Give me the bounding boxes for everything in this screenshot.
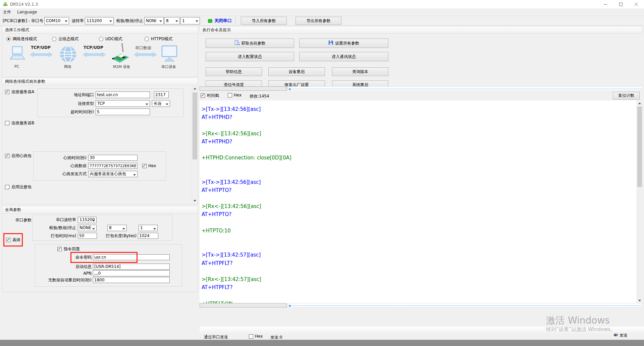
send-button[interactable]: 发送	[613, 332, 631, 338]
radio-icon	[145, 37, 149, 41]
titlebar: DR514 V2.1.3	[0, 0, 644, 9]
baud-label: 波特率	[72, 18, 84, 24]
pack-len-input[interactable]	[138, 233, 158, 239]
mode-radio-httpd[interactable]: HTTPD模式	[145, 36, 172, 42]
checkbox-icon	[142, 164, 147, 168]
log-vscrollbar[interactable]	[637, 100, 642, 303]
hb-time-input[interactable]	[88, 155, 138, 161]
enter-comm-state-button[interactable]: 进入通讯状态	[299, 52, 388, 61]
close-port-button[interactable]: 关闭串口	[208, 18, 232, 24]
pack-time-input[interactable]	[78, 233, 97, 239]
server-a-address-input[interactable]	[96, 91, 150, 98]
mode-radio-udc[interactable]: UDC模式	[99, 36, 122, 42]
minimize-button[interactable]	[598, 0, 613, 9]
timeout-input[interactable]	[96, 109, 150, 115]
radio-icon	[52, 37, 56, 41]
hb-hex-checkbox[interactable]: Hex	[142, 163, 156, 168]
log-hscrollbar-top[interactable]	[200, 86, 642, 91]
scroll-up-icon[interactable]	[637, 100, 642, 106]
conn-type-select[interactable]: TCP	[96, 100, 150, 107]
heartbeat-checkbox[interactable]: 启用心跳包	[5, 153, 32, 159]
help-info-button[interactable]: 帮助信息	[206, 67, 262, 76]
menu-file[interactable]: 文件	[0, 9, 14, 16]
log-area[interactable]: >[Tx->][13:42:56][asc]AT+HTPHD? >[Rx<-][…	[200, 100, 637, 303]
g-parity-select[interactable]: NONE	[78, 225, 97, 231]
menu-language[interactable]: Language	[14, 9, 40, 16]
toolbar-divider	[235, 17, 235, 25]
double-arrow-icon	[82, 51, 106, 59]
databits-select[interactable]: 8	[164, 17, 180, 24]
g-baud-select[interactable]: 115200	[78, 217, 97, 223]
pc-laptop-icon	[8, 46, 26, 64]
scroll-down-icon[interactable]	[637, 298, 642, 303]
log-hex-checkbox[interactable]: Hex	[228, 93, 241, 97]
window-title: DR514 V2.1.3	[10, 2, 38, 7]
net-params-title: 网络透传模式相关参数	[2, 78, 198, 85]
conn-type-label: 连接类型	[38, 101, 94, 107]
parity-select[interactable]: NONI	[144, 17, 164, 24]
hb-time-label: 心跳时间(秒)	[34, 155, 87, 161]
maximize-button[interactable]	[613, 0, 629, 9]
send-via-serial-dropdown[interactable]: 通过串口发送	[204, 334, 231, 340]
server-b-checkbox[interactable]: 连接服务器B	[5, 120, 34, 126]
diagram-link1-label: TCP/UDP	[31, 45, 51, 50]
g-databits-select[interactable]: 8	[107, 225, 127, 231]
stopbits-select[interactable]: 1	[180, 17, 200, 24]
net-params-group: 网络透传模式相关参数 连接服务器A 地址和端口 连接类型 TCP 长连 超时时间…	[2, 78, 198, 204]
set-all-params-button[interactable]: 设置所有参数	[299, 39, 388, 48]
export-all-params-button[interactable]: 导出所有参数	[296, 17, 341, 25]
serial-toolbar: [PC串口参数]：串口号 COM10 波特率 115200 检验/数据/停止 N…	[0, 16, 644, 26]
pc-port-label: [PC串口参数]：串口号	[3, 18, 43, 24]
timeout-label: 超时时间(秒)	[38, 109, 94, 115]
hb-mode-select[interactable]: 向服务器发送心跳包	[88, 171, 138, 177]
diagram-pc-label: PC	[14, 64, 19, 69]
com-port-select[interactable]: COM10	[44, 17, 69, 24]
close-button[interactable]	[629, 0, 644, 9]
scrollbar-thumb[interactable]	[637, 107, 642, 187]
import-all-params-button[interactable]: 导入所有参数	[241, 17, 287, 25]
scrollbar-thumb[interactable]	[200, 86, 287, 91]
hb-data-input[interactable]	[88, 163, 138, 169]
echo-checkbox[interactable]: 指令回显	[57, 246, 80, 252]
g-stopbits-select[interactable]: 1	[139, 225, 158, 231]
chevron-down-icon	[92, 228, 95, 230]
no-data-restart-input[interactable]	[93, 277, 170, 283]
advanced-checkbox[interactable]: 高级	[6, 237, 20, 243]
scroll-up-icon[interactable]	[192, 86, 198, 91]
hb-mode-label: 心跳发送方式	[34, 171, 87, 177]
server-a-port-input[interactable]	[154, 91, 169, 98]
boot-info-input[interactable]	[93, 264, 170, 270]
mode-radio-net-passthrough[interactable]: 网络透传模式	[6, 36, 37, 42]
reset-count-button[interactable]: 复位计数	[613, 92, 640, 99]
log-hscrollbar-bottom[interactable]	[200, 303, 642, 307]
apn-input[interactable]	[93, 270, 170, 276]
work-mode-title: 选择工作模式	[2, 26, 198, 34]
server-a-checkbox[interactable]: 连接服务器A	[5, 89, 34, 95]
bottom-strip	[0, 340, 644, 346]
pack-len-label: 打包长度(Bytes)	[97, 233, 137, 239]
scrollbar-thumb[interactable]	[200, 303, 287, 307]
scrollbar-thumb[interactable]	[193, 92, 197, 159]
m2m-device-icon	[110, 43, 131, 65]
cmd-pwd-input[interactable]	[93, 254, 170, 260]
radio-icon	[99, 37, 103, 41]
send-hex-checkbox[interactable]: Hex	[249, 334, 263, 339]
checkbox-icon	[5, 90, 9, 94]
timestamp-checkbox[interactable]: 时间戳	[201, 93, 219, 98]
net-params-scrollbar[interactable]	[192, 86, 197, 203]
diagram-link2-label: TCP/UDP	[84, 45, 103, 50]
get-current-params-button[interactable]: 获取当前参数	[206, 39, 294, 48]
baud-select[interactable]: 115200	[85, 17, 114, 24]
global-params-title: 全局参数	[2, 206, 198, 214]
cmd-pwd-label: 命令密码	[35, 255, 92, 260]
mode-radio-cloud[interactable]: 云组态模式	[52, 36, 78, 42]
query-version-button[interactable]: 查询版本	[332, 67, 388, 76]
scroll-marker-icon	[288, 304, 291, 306]
enter-config-state-button[interactable]: 进入配置状态	[206, 52, 294, 61]
conn-mode-select[interactable]: 长连	[152, 100, 170, 107]
radio-icon	[6, 37, 11, 41]
port-open-led-icon	[208, 19, 212, 23]
register-packet-checkbox[interactable]: 启用注册包	[5, 184, 32, 190]
device-restart-button[interactable]: 设备重启	[268, 67, 325, 76]
scroll-down-icon[interactable]	[192, 198, 198, 203]
